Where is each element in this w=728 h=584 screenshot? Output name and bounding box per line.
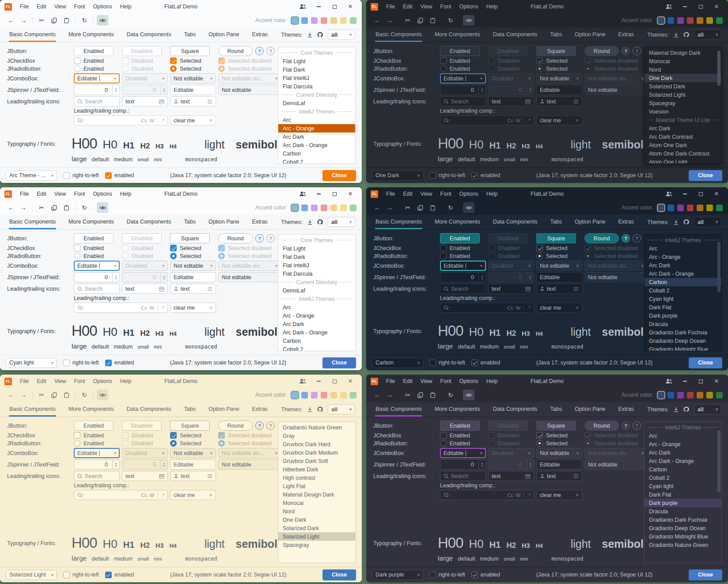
square-button[interactable]: Square (170, 233, 210, 243)
checkbox-selected[interactable]: Selected (536, 245, 582, 251)
text-field-person[interactable]: text (170, 284, 216, 294)
checkbox-disabled[interactable]: Disabled (488, 57, 534, 64)
accent-swatch-4[interactable] (687, 392, 694, 398)
download-icon[interactable] (674, 220, 679, 225)
textfield-editable[interactable]: Editable (536, 85, 582, 95)
accent-swatch-1[interactable] (658, 392, 664, 398)
cut-button[interactable]: ✂ (36, 15, 47, 26)
accent-swatch-7[interactable] (350, 205, 356, 211)
theme-item-vuesion[interactable]: Vuesion (645, 107, 721, 116)
enabled-button[interactable]: Enabled (74, 46, 114, 56)
accent-swatch-6[interactable] (706, 17, 713, 24)
round-button[interactable]: Round (584, 46, 619, 56)
rtl-checkbox[interactable]: right-to-left (63, 360, 99, 366)
text-field-person[interactable]: text (536, 284, 582, 294)
calendar-icon[interactable] (159, 286, 164, 292)
checkbox-selected-disabled[interactable]: Selected disabled (584, 432, 647, 439)
menu-file[interactable]: File (382, 377, 399, 386)
paste-button[interactable] (427, 390, 438, 400)
round-button[interactable]: Round (218, 233, 253, 243)
square-button[interactable]: Square (536, 46, 576, 56)
match-case-button[interactable]: Cc (141, 118, 147, 123)
back-button[interactable]: ← (5, 15, 17, 26)
refresh-button[interactable]: ↻ (445, 202, 456, 213)
themes-filter-combo[interactable]: all▾ (328, 217, 355, 227)
theme-item-dracula[interactable]: Dracula (645, 320, 721, 328)
copy-button[interactable] (414, 202, 426, 213)
tab-basic-components[interactable]: Basic Components (375, 402, 422, 417)
menu-view[interactable]: View (417, 190, 436, 198)
accent-swatch-1[interactable] (292, 392, 298, 398)
paste-button[interactable] (427, 202, 438, 213)
menu-edit[interactable]: Edit (33, 190, 50, 198)
show-hidden-toggle[interactable] (463, 390, 474, 400)
help-button[interactable]: ? (622, 234, 630, 243)
menu-options[interactable]: Options (89, 2, 116, 11)
theme-item-arc-dark[interactable]: Arc Dark (645, 124, 721, 133)
tab-option-pane[interactable]: Option Pane (208, 402, 240, 417)
accent-swatch-7[interactable] (350, 17, 356, 24)
forward-button[interactable]: → (18, 202, 29, 213)
spinner[interactable]: 0▲▼ (74, 459, 120, 470)
cut-button[interactable]: ✂ (402, 15, 413, 26)
show-hidden-toggle[interactable] (463, 202, 474, 213)
users-button[interactable] (662, 1, 676, 12)
copy-button[interactable] (48, 390, 60, 400)
cut-button[interactable]: ✂ (36, 390, 47, 400)
clear-me-field[interactable]: clear me× (536, 115, 582, 125)
match-case-button[interactable]: Cc (507, 493, 513, 498)
tab-data-components[interactable]: Data Components (126, 215, 172, 229)
tab-option-pane[interactable]: Option Pane (574, 27, 606, 42)
text-field-calendar[interactable]: text (122, 96, 168, 106)
theme-selector-combo[interactable]: Carbon▾ (372, 358, 423, 368)
accent-swatch-7[interactable] (716, 392, 723, 398)
tab-extras[interactable]: Extras (251, 27, 268, 42)
theme-item-carbon[interactable]: Carbon (278, 149, 355, 158)
spinner[interactable]: 0▲▼ (74, 85, 120, 95)
users-button[interactable] (662, 189, 676, 199)
theme-item-arc-orange[interactable]: Arc - Orange (278, 124, 355, 133)
theme-item-gradianto-deep-ocean[interactable]: Gradianto Deep Ocean (645, 337, 721, 345)
menu-edit[interactable]: Edit (399, 190, 417, 198)
themes-filter-combo[interactable]: all▾ (694, 404, 721, 414)
checkbox-selected[interactable]: Selected (170, 245, 216, 251)
refresh-button[interactable]: ↻ (79, 15, 90, 26)
menu-file[interactable]: File (382, 190, 399, 198)
tab-basic-components[interactable]: Basic Components (9, 215, 56, 229)
tab-basic-components[interactable]: Basic Components (9, 402, 56, 417)
theme-item-monocai[interactable]: Monocai (278, 499, 355, 507)
theme-item-flat-dark[interactable]: Flat Dark (278, 65, 355, 74)
help-button[interactable]: ? (255, 234, 264, 243)
tab-option-pane[interactable]: Option Pane (208, 27, 240, 42)
theme-item-cobalt-2[interactable]: Cobalt 2 (278, 158, 355, 164)
combobox-not-editable[interactable]: Not editable▾ (536, 261, 582, 271)
combobox-not-editable[interactable]: Not editable▾ (170, 261, 216, 271)
show-hidden-toggle[interactable] (97, 390, 108, 400)
theme-item-carbon[interactable]: Carbon (645, 278, 721, 286)
accent-swatch-2[interactable] (667, 205, 674, 211)
theme-item-flat-dark[interactable]: Flat Dark (278, 253, 355, 261)
maximize-button[interactable] (327, 376, 341, 387)
tab-extras[interactable]: Extras (618, 402, 634, 417)
tab-option-pane[interactable]: Option Pane (574, 402, 606, 417)
tab-data-components[interactable]: Data Components (493, 215, 538, 229)
theme-item-flat-intellij[interactable]: Flat IntelliJ (278, 261, 355, 269)
theme-selector-combo[interactable]: Dark purple▾ (372, 570, 423, 580)
theme-item-gradianto-midnight-blue[interactable]: Gradianto Midnight Blue (645, 345, 721, 351)
theme-item-dark-flat[interactable]: Dark Flat (645, 490, 721, 499)
minimize-button[interactable] (311, 189, 326, 199)
github-icon[interactable] (317, 32, 323, 38)
clear-icon[interactable]: × (575, 118, 579, 123)
paste-button[interactable] (61, 390, 72, 400)
radio-enabled[interactable]: Enabled (74, 440, 120, 447)
theme-item-gradianto-deep-ocean[interactable]: Gradianto Deep Ocean (645, 524, 721, 532)
menu-font[interactable]: Font (436, 190, 455, 198)
forward-button[interactable]: → (18, 15, 29, 26)
users-button[interactable] (662, 376, 676, 387)
theme-item-demolaf[interactable]: DemoLaf (278, 286, 355, 295)
show-hidden-toggle[interactable] (463, 15, 474, 26)
theme-item-light-flat[interactable]: Light Flat (278, 482, 355, 490)
search-field[interactable]: Search (440, 96, 486, 106)
list-icon[interactable] (207, 99, 212, 104)
minimize-button[interactable] (678, 1, 692, 12)
